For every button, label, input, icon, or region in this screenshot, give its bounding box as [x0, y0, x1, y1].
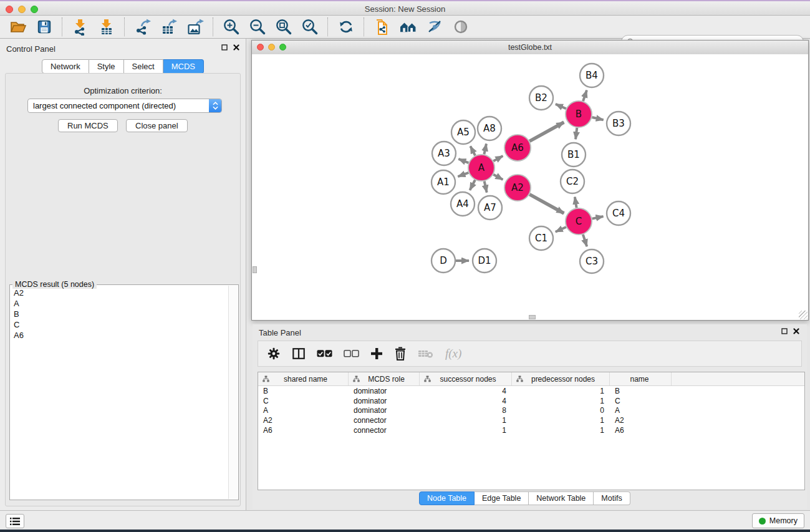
graph-node-A5[interactable]: A5	[451, 120, 475, 144]
graph-node-B3[interactable]: B3	[607, 112, 630, 135]
export-image-button[interactable]	[185, 17, 206, 36]
show-columns-icon[interactable]	[292, 347, 306, 360]
graph-node-B[interactable]: B	[566, 101, 592, 127]
graph-node-B1[interactable]: B1	[562, 143, 586, 167]
graph-node-D[interactable]: D	[432, 249, 455, 273]
mcds-result-list[interactable]: A2ABCA6	[11, 288, 228, 499]
close-panel-button[interactable]: Close panel	[126, 119, 188, 132]
mcds-result-item[interactable]: A6	[11, 330, 228, 341]
graph-node-A4[interactable]: A4	[451, 192, 475, 216]
eye-icon	[452, 18, 470, 36]
tab-network-table[interactable]: Network Table	[529, 491, 594, 505]
table-row[interactable]: Adominator80A	[258, 406, 804, 416]
select-all-icon[interactable]	[317, 349, 332, 358]
table-row[interactable]: Bdominator41B	[258, 386, 804, 396]
table-options-gear-icon[interactable]	[267, 347, 281, 360]
column-header-shared-name[interactable]: shared name	[258, 372, 349, 385]
save-session-button[interactable]	[34, 17, 55, 36]
mcds-result-item[interactable]: C	[11, 319, 228, 330]
network-window-titlebar[interactable]: testGlobe.txt	[252, 41, 808, 55]
refresh-button[interactable]	[335, 17, 357, 36]
graph-node-A7[interactable]: A7	[478, 196, 502, 220]
table-row[interactable]: A2connector11A2	[258, 415, 804, 425]
close-panel-icon[interactable]	[233, 44, 239, 51]
graph-node-C4[interactable]: C4	[607, 201, 630, 225]
graph-edge-A-A3	[458, 159, 468, 163]
horizontal-scrollbar-thumb[interactable]	[529, 315, 536, 319]
column-header-successor-nodes[interactable]: successor nodes	[420, 372, 512, 385]
svg-text:A7: A7	[484, 202, 496, 213]
table-cell: C	[610, 397, 672, 405]
graph-edge-C-C4	[592, 216, 604, 219]
graph-node-C[interactable]: C	[566, 208, 592, 235]
graph-node-A6[interactable]: A6	[504, 135, 531, 161]
graph-node-D1[interactable]: D1	[473, 249, 496, 273]
column-header-predecessor-nodes[interactable]: predecessor nodes	[512, 372, 610, 385]
open-session-button[interactable]	[7, 17, 29, 36]
import-table-button[interactable]	[96, 17, 117, 36]
tab-node-table[interactable]: Node Table	[419, 491, 475, 505]
zoom-fit-button[interactable]	[273, 17, 294, 36]
show-task-history-button[interactable]	[6, 514, 24, 528]
export-table-button[interactable]	[158, 17, 180, 36]
graph-node-C1[interactable]: C1	[529, 226, 553, 250]
graph-node-A8[interactable]: A8	[478, 117, 501, 140]
import-network-button[interactable]	[70, 17, 91, 36]
memory-button[interactable]: Memory	[752, 513, 804, 528]
mcds-result-item[interactable]: B	[11, 309, 228, 319]
delete-table-icon[interactable]	[418, 349, 434, 359]
table-toolbar: f(x)	[258, 341, 802, 367]
tab-network[interactable]: Network	[42, 59, 89, 74]
column-header-label: predecessor nodes	[523, 375, 609, 384]
table-row[interactable]: A6connector11A6	[258, 425, 804, 435]
svg-text:A8: A8	[483, 123, 496, 134]
add-column-icon[interactable]	[370, 347, 383, 360]
resize-grip[interactable]	[799, 311, 808, 319]
tab-edge-table[interactable]: Edge Table	[475, 491, 529, 505]
new-network-button[interactable]	[372, 17, 393, 36]
float-panel-icon[interactable]	[221, 44, 228, 51]
run-mcds-button[interactable]: Run MCDS	[58, 119, 118, 132]
optimization-criterion-select[interactable]: largest connected component (directed)	[27, 99, 222, 113]
graph-node-A1[interactable]: A1	[432, 170, 455, 194]
zoom-selected-button[interactable]	[299, 17, 321, 36]
hide-graphics-details-button[interactable]	[424, 17, 445, 36]
zoom-in-button[interactable]	[221, 17, 242, 36]
function-builder-button[interactable]: f(x)	[445, 347, 461, 360]
export-network-button[interactable]	[132, 17, 153, 36]
first-neighbors-button[interactable]	[398, 17, 419, 36]
graph-edge-A2-C	[529, 195, 564, 213]
tab-style[interactable]: Style	[89, 59, 124, 74]
svg-text:C4: C4	[612, 208, 625, 219]
graph-node-B4[interactable]: B4	[580, 64, 604, 87]
table-row[interactable]: Cdominator41C	[258, 396, 804, 406]
float-table-panel-icon[interactable]	[781, 328, 788, 334]
network-canvas[interactable]: B4B2BB3A8A5A6A3B1AA1C2A2A4A7C4CC1C3DD1	[252, 54, 808, 320]
graph-node-C2[interactable]: C2	[561, 170, 584, 193]
column-header-name[interactable]: name	[610, 372, 672, 385]
graph-node-C3[interactable]: C3	[580, 249, 604, 273]
graph-node-A3[interactable]: A3	[432, 142, 456, 165]
tab-mcds[interactable]: MCDS	[163, 59, 204, 74]
mcds-result-item[interactable]: A	[11, 298, 228, 309]
show-eye-button[interactable]	[450, 17, 471, 36]
table-cell: 1	[512, 397, 610, 405]
deselect-all-icon[interactable]	[344, 349, 359, 358]
graph-edge-C-C1	[556, 227, 566, 232]
import-network-icon	[72, 18, 89, 36]
mcds-result-item[interactable]: A2	[11, 288, 228, 298]
table-cell: dominator	[349, 397, 420, 405]
tab-motifs[interactable]: Motifs	[594, 491, 630, 505]
mcds-list-scrollbar[interactable]	[228, 286, 238, 499]
column-header-MCDS-role[interactable]: MCDS role	[349, 372, 420, 385]
vertical-scrollbar-thumb[interactable]	[253, 266, 257, 273]
close-table-panel-icon[interactable]	[793, 328, 799, 334]
graph-node-B2[interactable]: B2	[529, 86, 553, 110]
graph-node-A[interactable]: A	[468, 155, 494, 181]
tab-select[interactable]: Select	[124, 59, 163, 74]
graph-node-A2[interactable]: A2	[504, 175, 531, 201]
svg-text:C2: C2	[566, 176, 579, 187]
column-header-label: shared name	[269, 375, 348, 384]
zoom-out-button[interactable]	[247, 17, 268, 36]
delete-column-trash-icon[interactable]	[394, 347, 407, 360]
